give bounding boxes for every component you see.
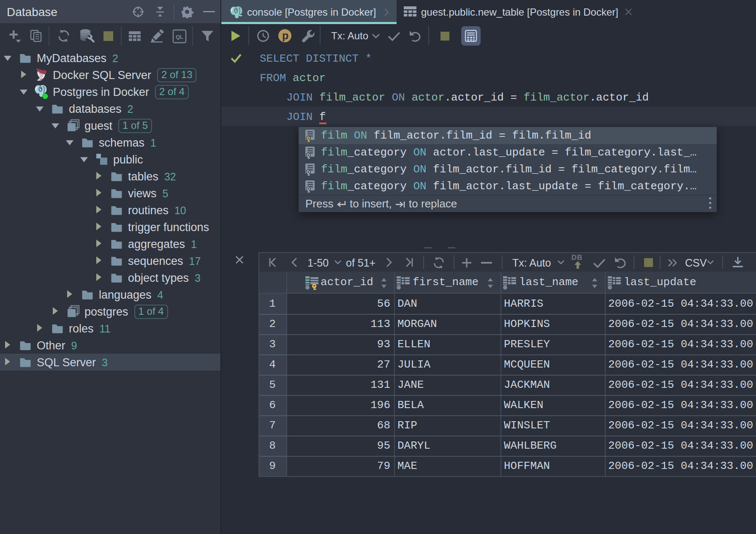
svg-text:QL: QL	[176, 34, 183, 40]
